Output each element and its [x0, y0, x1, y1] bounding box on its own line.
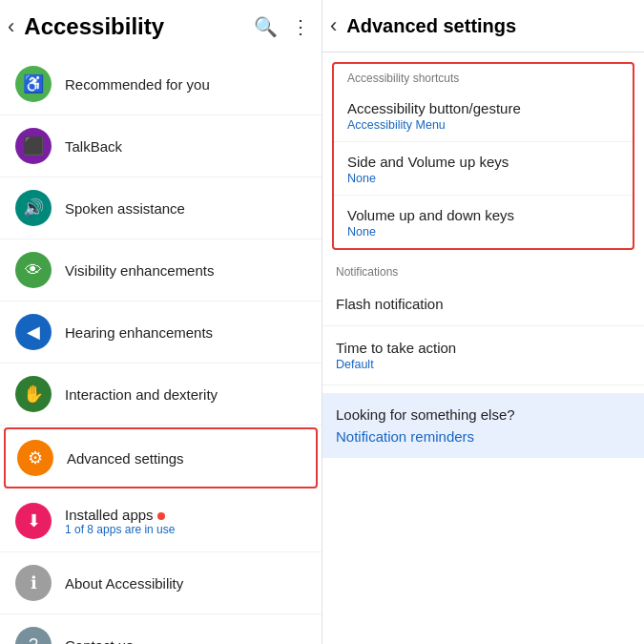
menu-list: ♿Recommended for you⬛TalkBack🔊Spoken ass…: [0, 53, 322, 644]
shortcut-sub-side-volume: None: [347, 172, 619, 185]
notifications-label: Notifications: [322, 258, 644, 282]
left-panel: ‹ Accessibility 🔍 ⋮ ♿Recommended for you…: [0, 0, 322, 644]
shortcut-sub-volume-updown: None: [347, 225, 619, 239]
right-panel: ‹ Advanced settings Accessibility shortc…: [322, 0, 644, 644]
sidebar-item-label-visibility: Visibility enhancements: [65, 262, 214, 279]
about-icon: ℹ: [15, 565, 52, 601]
sidebar-item-spoken[interactable]: 🔊Spoken assistance: [0, 177, 322, 239]
notification-reminders-link[interactable]: Notification reminders: [336, 428, 631, 445]
search-icon[interactable]: 🔍: [254, 15, 278, 38]
sidebar-item-recommended[interactable]: ♿Recommended for you: [0, 53, 322, 115]
sidebar-item-interaction[interactable]: ✋Interaction and dexterity: [0, 364, 322, 426]
contact-icon: ?: [15, 627, 52, 644]
sidebar-item-advanced[interactable]: ⚙Advanced settings: [4, 427, 318, 488]
sidebar-item-visibility[interactable]: 👁Visibility enhancements: [0, 239, 322, 301]
installed-icon: ⬇: [15, 503, 52, 539]
notification-item-flash[interactable]: Flash notification: [322, 282, 644, 326]
left-header: ‹ Accessibility 🔍 ⋮: [0, 0, 322, 53]
sidebar-item-label-about: About Accessibility: [65, 575, 183, 592]
shortcut-item-btn-gesture[interactable]: Accessibility button/gestureAccessibilit…: [334, 89, 633, 142]
notification-sub-time-action: Default: [336, 358, 631, 371]
hearing-icon: ◀: [15, 314, 52, 350]
interaction-icon: ✋: [15, 376, 52, 412]
badge-dot: [157, 512, 165, 520]
shortcut-title-side-volume: Side and Volume up keys: [347, 154, 619, 170]
accessibility-shortcuts-section: Accessibility shortcuts Accessibility bu…: [332, 62, 634, 250]
talkback-icon: ⬛: [15, 128, 52, 164]
looking-section: Looking for something else? Notification…: [322, 393, 644, 458]
header-icons: 🔍 ⋮: [254, 15, 310, 38]
sidebar-item-label-talkback: TalkBack: [65, 138, 122, 155]
sidebar-item-label-installed: Installed apps: [65, 507, 175, 523]
recommended-icon: ♿: [15, 66, 52, 102]
accessibility-shortcuts-label: Accessibility shortcuts: [334, 64, 633, 89]
looking-title: Looking for something else?: [336, 406, 631, 423]
sidebar-item-installed[interactable]: ⬇Installed apps1 of 8 apps are in use: [0, 490, 322, 552]
notification-title-flash: Flash notification: [336, 296, 631, 312]
sidebar-item-label-interaction: Interaction and dexterity: [65, 386, 218, 403]
right-content: Accessibility shortcuts Accessibility bu…: [322, 52, 644, 644]
sidebar-item-talkback[interactable]: ⬛TalkBack: [0, 115, 322, 177]
spoken-icon: 🔊: [15, 190, 52, 226]
notifications-list: Flash notificationTime to take actionDef…: [322, 282, 644, 385]
sidebar-item-label-advanced: Advanced settings: [67, 450, 184, 467]
sidebar-item-about[interactable]: ℹAbout Accessibility: [0, 552, 322, 614]
shortcut-title-volume-updown: Volume up and down keys: [347, 207, 619, 223]
notification-title-time-action: Time to take action: [336, 340, 631, 356]
visibility-icon: 👁: [15, 252, 52, 288]
sidebar-item-label-spoken: Spoken assistance: [65, 200, 185, 217]
notifications-section: Notifications Flash notificationTime to …: [322, 258, 644, 385]
sidebar-item-label-hearing: Hearing enhancements: [65, 324, 213, 341]
sidebar-item-label-recommended: Recommended for you: [65, 76, 210, 93]
sidebar-item-hearing[interactable]: ◀Hearing enhancements: [0, 301, 322, 364]
sidebar-item-subtext-installed: 1 of 8 apps are in use: [65, 523, 175, 536]
shortcuts-list: Accessibility button/gestureAccessibilit…: [334, 89, 633, 248]
sidebar-item-contact[interactable]: ?Contact us: [0, 614, 322, 644]
shortcut-title-btn-gesture: Accessibility button/gesture: [347, 100, 619, 116]
page-title-right: Advanced settings: [346, 15, 516, 37]
shortcut-item-volume-updown[interactable]: Volume up and down keysNone: [334, 196, 633, 248]
back-icon-right[interactable]: ‹: [330, 13, 337, 38]
shortcut-sub-btn-gesture: Accessibility Menu: [347, 118, 619, 132]
page-title-left: Accessibility: [24, 13, 254, 40]
advanced-icon: ⚙: [17, 440, 53, 476]
shortcut-item-side-volume[interactable]: Side and Volume up keysNone: [334, 142, 633, 196]
back-icon-left[interactable]: ‹: [8, 14, 14, 39]
more-icon[interactable]: ⋮: [291, 15, 310, 38]
notification-item-time-action[interactable]: Time to take actionDefault: [322, 326, 644, 385]
sidebar-item-label-contact: Contact us: [65, 637, 134, 645]
right-header: ‹ Advanced settings: [322, 0, 644, 52]
